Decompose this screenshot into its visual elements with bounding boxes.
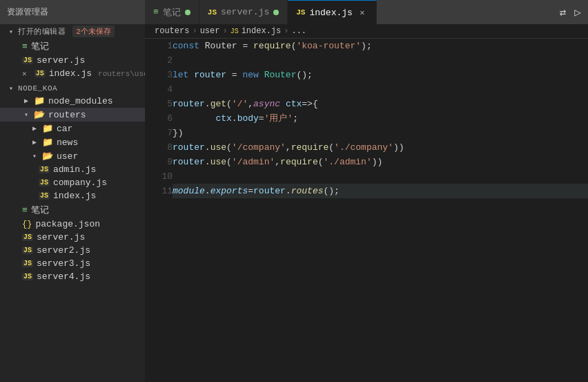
server-js-file[interactable]: JS server.js	[0, 231, 145, 244]
node-modules-folder[interactable]: ▶ 📁 node_modules	[0, 94, 145, 108]
code-line[interactable]	[173, 53, 588, 68]
server2-js-label: server2.js	[37, 245, 90, 256]
code-token: );	[361, 41, 372, 51]
table-row: 2	[145, 53, 588, 68]
code-token: =>{	[302, 99, 317, 109]
table-row: 10	[145, 169, 588, 184]
breadcrumb-sep1: ›	[192, 26, 197, 36]
js-icon-company: JS	[39, 179, 50, 187]
table-row: 8router.use('/company',require('./compan…	[145, 140, 588, 155]
code-token: '/company'	[232, 142, 286, 153]
index-js-file[interactable]: JS index.js	[0, 189, 145, 202]
code-line[interactable]: router.use('/company',require('./company…	[173, 140, 588, 155]
code-line[interactable]	[173, 82, 588, 97]
code-token: (	[318, 157, 324, 167]
code-token: routes	[291, 186, 324, 196]
code-token: require	[253, 41, 291, 51]
routers-folder[interactable]: ▾ 📂 routers	[0, 108, 145, 122]
code-line[interactable]: router.use('/admin',require('./admin'))	[173, 155, 588, 169]
server2-js-file[interactable]: JS server2.js	[0, 244, 145, 257]
code-token: ,	[275, 157, 280, 167]
run-icon[interactable]: ▷	[574, 6, 581, 19]
tab-index[interactable]: JS index.js ✕	[288, 0, 377, 24]
code-token: router	[173, 157, 205, 167]
code-token: body	[237, 113, 259, 124]
note-file[interactable]: ≡ 笔记	[0, 202, 145, 218]
code-token: router	[194, 70, 226, 80]
line-number: 4	[145, 82, 173, 97]
code-line[interactable]: const Router = require('koa-router');	[173, 39, 588, 53]
table-row: 11module.exports=router.routes();	[145, 184, 588, 198]
package-json-file[interactable]: {} package.json	[0, 218, 145, 231]
line-number: 7	[145, 126, 173, 140]
code-token: ctx	[286, 99, 302, 109]
company-js-label: company.js	[53, 178, 107, 188]
table-row: 9router.use('/admin',require('./admin'))	[145, 155, 588, 169]
code-token: use	[210, 157, 226, 167]
code-token: .	[232, 113, 237, 124]
code-line[interactable]	[173, 169, 588, 184]
code-token: (	[226, 157, 232, 167]
chevron-user: ▾	[30, 152, 39, 160]
car-label: car	[57, 124, 72, 134]
line-number: 1	[145, 39, 173, 53]
code-token: (	[226, 142, 232, 153]
close-index-icon[interactable]: ✕	[22, 69, 30, 78]
chevron-open-editors: ▾	[7, 28, 15, 36]
code-token: ;	[293, 113, 298, 124]
code-line[interactable]: ctx.body='用户';	[173, 111, 588, 126]
unsaved-dot-note	[185, 10, 190, 15]
editor-pane: routers › user › JS index.js › ... 1cons…	[145, 24, 588, 382]
user-folder[interactable]: ▾ 📂 user	[0, 149, 145, 163]
code-line[interactable]: module.exports=router.routes();	[173, 184, 588, 198]
news-folder[interactable]: ▶ 📁 news	[0, 135, 145, 149]
open-file-index-path: routers\user	[98, 70, 145, 78]
code-token: .	[205, 186, 210, 196]
code-token: ))	[393, 142, 404, 153]
code-token: '/admin'	[232, 157, 275, 167]
table-row: 5router.get('/',async ctx=>{	[145, 97, 588, 111]
split-editor-icon[interactable]: ⇄	[560, 6, 567, 19]
code-token: router	[173, 142, 205, 153]
folder-open-icon-user: 📂	[42, 151, 53, 162]
js-icon-server-sidebar: JS	[22, 233, 33, 241]
chevron-node-modules: ▶	[22, 97, 30, 105]
open-file-note[interactable]: ≡ 笔记	[0, 39, 145, 54]
server3-js-file[interactable]: JS server3.js	[0, 257, 145, 270]
node-koa-header[interactable]: ▾ NODE_KOA	[0, 83, 145, 94]
code-line[interactable]: let router = new Router();	[173, 68, 588, 82]
company-js-file[interactable]: JS company.js	[0, 176, 145, 189]
admin-js-label: admin.js	[53, 164, 96, 175]
line-number: 9	[145, 155, 173, 169]
chevron-car: ▶	[30, 124, 39, 133]
open-editors-header[interactable]: ▾ 打开的编辑器 2个未保存	[0, 24, 145, 39]
chevron-news: ▶	[30, 138, 39, 146]
server4-js-file[interactable]: JS server4.js	[0, 270, 145, 283]
chevron-routers: ▾	[22, 111, 30, 119]
code-token: router	[253, 186, 286, 196]
note-label: 笔记	[31, 204, 49, 216]
admin-js-file[interactable]: JS admin.js	[0, 163, 145, 176]
tab-note[interactable]: ≡ 笔记	[145, 0, 199, 24]
code-line[interactable]: router.get('/',async ctx=>{	[173, 97, 588, 111]
code-token: ,	[286, 142, 291, 153]
close-tab-index[interactable]: ✕	[357, 7, 368, 18]
tab-server[interactable]: JS server.js	[199, 0, 288, 24]
code-line[interactable]: })	[173, 126, 588, 140]
car-folder[interactable]: ▶ 📁 car	[0, 122, 145, 135]
index-js-label: index.js	[53, 191, 96, 201]
code-token: use	[210, 142, 226, 153]
title-bar: 资源管理器 ≡ 笔记 JS server.js JS index.js ✕ ⇄ …	[0, 0, 588, 24]
open-file-index[interactable]: ✕ JS index.js routers\user	[0, 67, 145, 80]
open-file-server[interactable]: JS server.js	[0, 54, 145, 67]
folder-icon-news: 📁	[42, 137, 53, 148]
node-modules-label: node_modules	[48, 96, 113, 106]
note-file-icon: ≡	[22, 41, 28, 52]
code-token: '/'	[232, 99, 248, 109]
package-json-label: package.json	[35, 219, 100, 229]
table-row: 3let router = new Router();	[145, 68, 588, 82]
code-token: ();	[323, 186, 339, 196]
code-area[interactable]: 1const Router = require('koa-router');2 …	[145, 39, 588, 382]
server-js-label: server.js	[37, 232, 85, 242]
line-number: 6	[145, 111, 173, 126]
